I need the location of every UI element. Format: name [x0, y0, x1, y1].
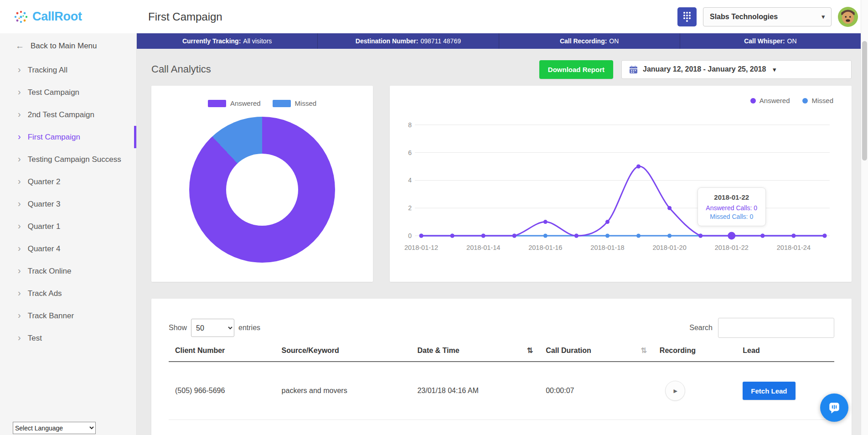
sidebar-item[interactable]: › Track Banner	[0, 305, 136, 327]
play-icon: ▶	[674, 388, 677, 394]
app-logo[interactable]: CallRoot	[14, 10, 82, 24]
svg-text:2018-01-20: 2018-01-20	[653, 244, 687, 251]
status-segment: Destination Number: 098711 48769	[317, 33, 498, 49]
calls-table-card: Show 50 entries Search Client Number Sou…	[151, 299, 852, 435]
back-to-main-menu[interactable]: ← Back to Main Menu	[0, 33, 136, 59]
legend-dot	[802, 98, 808, 104]
col-header-date-time[interactable]: Date & Time ⇅	[411, 342, 539, 362]
main-content: Call Analytics Download Report January 1…	[137, 49, 861, 435]
cell-date-time: 23/01/18 04:16 AM	[411, 420, 539, 435]
user-avatar[interactable]	[838, 7, 858, 27]
sidebar-item[interactable]: › Quarter 4	[0, 238, 136, 260]
sidebar-item-label: Quarter 4	[28, 244, 61, 254]
sidebar-item[interactable]: › Test Campaign	[0, 81, 136, 104]
sidebar-item[interactable]: › Quarter 3	[0, 193, 136, 215]
sort-icon[interactable]: ⇅	[527, 346, 533, 355]
campaign-status-bar: Currently Tracking: All visitors Destina…	[137, 33, 861, 49]
legend-swatch	[273, 100, 291, 107]
back-label: Back to Main Menu	[31, 41, 97, 51]
chat-bubble-icon	[827, 401, 841, 414]
cell-recording: ▶	[653, 420, 737, 435]
col-header-recording[interactable]: Recording	[653, 342, 737, 362]
chat-widget-button[interactable]	[820, 394, 848, 422]
sort-icon[interactable]: ⇅	[641, 346, 646, 355]
header-actions: Slabs Technologies ▾	[677, 7, 858, 27]
sidebar-item-label: Quarter 3	[28, 200, 61, 209]
cell-client-number: (505) 966-5696	[169, 362, 275, 420]
sidebar-item[interactable]: › Quarter 1	[0, 215, 136, 238]
search-input[interactable]	[718, 318, 834, 338]
cell-source-keyword: movers near me	[275, 420, 411, 435]
date-range-picker[interactable]: January 12, 2018 - January 25, 2018 ▾	[621, 60, 852, 79]
sidebar-item[interactable]: › Testing Campaign Success	[0, 148, 136, 171]
sidebar-item[interactable]: › First Campaign	[0, 126, 136, 148]
svg-text:2018-01-22: 2018-01-22	[715, 244, 749, 251]
sidebar-item[interactable]: › Track Online	[0, 260, 136, 282]
cell-call-duration: no-answer	[539, 420, 653, 435]
donut-chart-card: Answered Missed	[151, 86, 373, 282]
page-scrollbar[interactable]	[861, 0, 868, 435]
col-header-client-number[interactable]: Client Number	[169, 342, 275, 362]
sidebar-item[interactable]: › Test	[0, 327, 136, 349]
sidebar-item[interactable]: › Track Ads	[0, 282, 136, 305]
svg-text:8: 8	[408, 121, 412, 129]
legend-label: Missed	[295, 99, 317, 107]
fetch-lead-button[interactable]: Fetch Lead	[743, 382, 795, 400]
tooltip-title: 2018-01-22	[705, 193, 758, 201]
chevron-right-icon: ›	[18, 199, 21, 208]
entries-control: Show 50 entries	[169, 319, 260, 337]
top-header: CallRoot First Campaign Slabs Technologi…	[0, 0, 868, 33]
date-range-text: January 12, 2018 - January 25, 2018	[643, 65, 766, 73]
entries-select[interactable]: 50	[191, 319, 234, 337]
sidebar-item-label: Quarter 2	[28, 177, 61, 186]
chevron-right-icon: ›	[18, 65, 21, 74]
cell-call-duration: 00:00:07	[539, 362, 653, 420]
line-legend: Answered Missed	[750, 97, 833, 104]
search-control: Search	[689, 318, 834, 338]
legend-entry[interactable]: Answered	[750, 97, 790, 104]
col-header-call-duration[interactable]: Call Duration ⇅	[539, 342, 653, 362]
sidebar-item-label: Testing Campaign Success	[28, 155, 121, 164]
legend-entry[interactable]: Missed	[802, 97, 833, 104]
sidebar-item-label: Test	[28, 334, 42, 343]
logo-text: CallRoot	[32, 10, 82, 24]
status-label: Call Whisper:	[744, 37, 785, 45]
cell-date-time: 23/01/18 04:16 AM	[411, 362, 539, 420]
chevron-right-icon: ›	[18, 266, 21, 275]
status-label: Call Recording:	[560, 37, 607, 45]
legend-entry[interactable]: Answered	[208, 99, 261, 107]
calls-table: Client Number Source/Keyword Date & Time…	[169, 342, 834, 435]
section-title: Call Analytics	[151, 63, 211, 75]
svg-text:2018-01-18: 2018-01-18	[590, 244, 624, 251]
status-value: ON	[609, 37, 619, 45]
download-report-button[interactable]: Download Report	[539, 60, 613, 79]
campaign-nav: › Tracking All › Test Campaign › 2nd Tes…	[0, 59, 136, 349]
cell-lead: Fetch Lead	[736, 420, 834, 435]
chevron-right-icon: ›	[18, 87, 21, 96]
sidebar-item-label: Test Campaign	[28, 88, 79, 97]
chevron-right-icon: ›	[18, 109, 21, 119]
sidebar-item-label: Track Online	[28, 267, 72, 276]
col-header-source-keyword[interactable]: Source/Keyword	[275, 342, 411, 362]
entries-label: entries	[238, 324, 260, 332]
donut-chart[interactable]	[189, 117, 335, 263]
organization-dropdown[interactable]: Slabs Technologies ▾	[703, 7, 832, 26]
play-recording-button[interactable]: ▶	[665, 381, 685, 401]
status-label: Destination Number:	[356, 37, 418, 45]
status-segment: Call Recording: ON	[499, 33, 680, 49]
svg-text:6: 6	[408, 149, 412, 156]
dialpad-button[interactable]	[677, 7, 697, 26]
legend-entry[interactable]: Missed	[273, 99, 317, 107]
sidebar-item[interactable]: › Quarter 2	[0, 171, 136, 193]
sidebar-item-label: 2nd Test Campaign	[28, 110, 94, 119]
language-select[interactable]: Select Language	[13, 422, 96, 434]
cell-recording: ▶	[653, 362, 737, 420]
col-header-lead[interactable]: Lead	[736, 342, 834, 362]
donut-legend: Answered Missed	[208, 99, 316, 107]
sidebar-item[interactable]: › 2nd Test Campaign	[0, 104, 136, 126]
status-value: 098711 48769	[420, 37, 461, 45]
sidebar-item[interactable]: › Tracking All	[0, 59, 136, 81]
scrollbar-thumb[interactable]	[862, 41, 867, 161]
line-chart-svg[interactable]: 024682018-01-122018-01-142018-01-162018-…	[390, 86, 852, 282]
sidebar-item-label: Quarter 1	[28, 222, 61, 231]
